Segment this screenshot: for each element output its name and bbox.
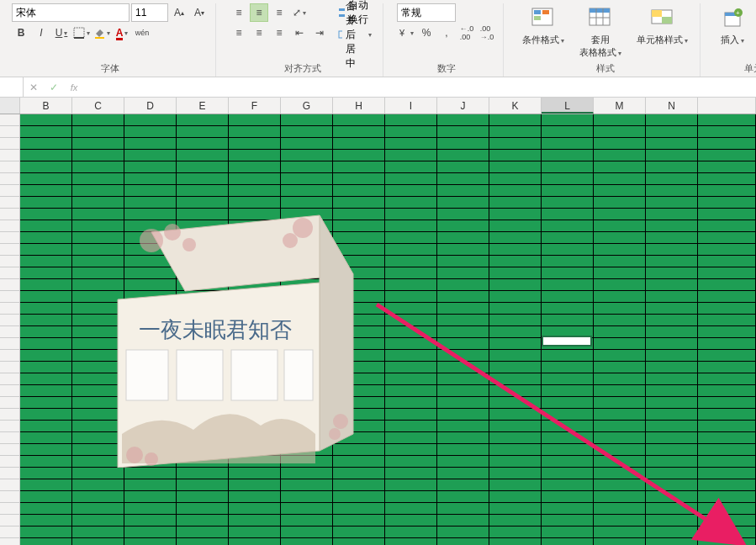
cell[interactable] bbox=[333, 173, 385, 185]
cell[interactable] bbox=[124, 503, 177, 515]
number-format-select[interactable] bbox=[397, 3, 456, 22]
cell[interactable] bbox=[229, 326, 281, 338]
cell[interactable] bbox=[229, 456, 281, 468]
cell[interactable] bbox=[20, 444, 72, 456]
cell[interactable] bbox=[281, 338, 333, 350]
cell[interactable] bbox=[229, 397, 281, 409]
merge-button[interactable]: 合并后居中 bbox=[334, 25, 376, 44]
cell[interactable] bbox=[281, 126, 333, 138]
cell[interactable] bbox=[229, 338, 281, 350]
cell[interactable] bbox=[542, 267, 594, 279]
cell[interactable] bbox=[229, 491, 281, 503]
cell[interactable] bbox=[229, 432, 281, 444]
cell[interactable] bbox=[698, 138, 756, 150]
cell[interactable] bbox=[177, 397, 229, 409]
cell[interactable] bbox=[333, 456, 385, 468]
cell[interactable] bbox=[385, 256, 437, 267]
cell[interactable] bbox=[542, 150, 594, 161]
column-header-M[interactable]: M bbox=[594, 98, 646, 114]
cell[interactable] bbox=[385, 373, 437, 385]
align-top-icon[interactable]: ≡ bbox=[230, 3, 248, 22]
font-color-button[interactable]: A bbox=[113, 24, 131, 42]
cell[interactable] bbox=[594, 256, 646, 267]
cell[interactable] bbox=[177, 444, 229, 456]
cell[interactable] bbox=[177, 303, 229, 315]
cell[interactable] bbox=[333, 126, 385, 138]
cell[interactable] bbox=[177, 373, 229, 385]
column-header-J[interactable]: J bbox=[437, 98, 489, 114]
cell[interactable] bbox=[281, 138, 333, 150]
cell[interactable] bbox=[646, 385, 698, 397]
column-header-F[interactable]: F bbox=[229, 98, 281, 114]
cell[interactable] bbox=[333, 373, 385, 385]
cell[interactable] bbox=[646, 456, 698, 468]
cell[interactable] bbox=[385, 397, 437, 409]
cell[interactable] bbox=[124, 338, 177, 350]
cell[interactable] bbox=[646, 444, 698, 456]
cell[interactable] bbox=[437, 114, 489, 126]
cell[interactable] bbox=[594, 444, 646, 456]
cell[interactable] bbox=[72, 421, 124, 432]
cell[interactable] bbox=[542, 526, 594, 538]
cell[interactable] bbox=[437, 385, 489, 397]
cell[interactable] bbox=[72, 279, 124, 291]
cell[interactable] bbox=[229, 385, 281, 397]
row-header[interactable] bbox=[0, 503, 20, 515]
cell[interactable] bbox=[333, 503, 385, 515]
font-size-select[interactable] bbox=[131, 3, 168, 22]
cell[interactable] bbox=[281, 279, 333, 291]
cell[interactable] bbox=[385, 173, 437, 185]
cell[interactable] bbox=[594, 385, 646, 397]
cell[interactable] bbox=[333, 267, 385, 279]
cell[interactable] bbox=[437, 150, 489, 161]
cell[interactable] bbox=[594, 220, 646, 232]
cell[interactable] bbox=[124, 409, 177, 421]
cell[interactable] bbox=[177, 161, 229, 173]
cell[interactable] bbox=[646, 279, 698, 291]
cell[interactable] bbox=[698, 468, 756, 479]
cell[interactable] bbox=[124, 456, 177, 468]
cell[interactable] bbox=[229, 526, 281, 538]
row-header[interactable] bbox=[0, 185, 20, 197]
cell[interactable] bbox=[594, 326, 646, 338]
cell[interactable] bbox=[20, 338, 72, 350]
cell[interactable] bbox=[72, 185, 124, 197]
cell-styles-button[interactable]: 单元格样式 bbox=[632, 3, 693, 48]
row-header[interactable] bbox=[0, 303, 20, 315]
cell[interactable] bbox=[20, 197, 72, 209]
cell[interactable] bbox=[646, 350, 698, 362]
cell[interactable] bbox=[281, 362, 333, 373]
cell[interactable] bbox=[542, 291, 594, 303]
cell[interactable] bbox=[229, 350, 281, 362]
accounting-button[interactable]: ¥ bbox=[397, 24, 415, 42]
cell[interactable] bbox=[594, 421, 646, 432]
cell[interactable] bbox=[177, 385, 229, 397]
cell[interactable] bbox=[489, 303, 542, 315]
cell[interactable] bbox=[542, 185, 594, 197]
cell[interactable] bbox=[594, 197, 646, 209]
cell[interactable] bbox=[385, 385, 437, 397]
cell[interactable] bbox=[489, 232, 542, 244]
cell[interactable] bbox=[385, 444, 437, 456]
cell[interactable] bbox=[437, 515, 489, 526]
insert-button[interactable]: + 插入 bbox=[714, 3, 751, 48]
cell[interactable] bbox=[124, 444, 177, 456]
cell[interactable] bbox=[489, 220, 542, 232]
enter-formula-icon[interactable]: ✓ bbox=[44, 77, 64, 97]
border-button[interactable] bbox=[72, 24, 91, 42]
cell[interactable] bbox=[698, 114, 756, 126]
cell[interactable] bbox=[698, 526, 756, 538]
cell[interactable] bbox=[333, 279, 385, 291]
row-header[interactable] bbox=[0, 515, 20, 526]
cell[interactable] bbox=[229, 197, 281, 209]
cell[interactable] bbox=[124, 256, 177, 267]
cell[interactable] bbox=[281, 350, 333, 362]
cell[interactable] bbox=[177, 138, 229, 150]
cell[interactable] bbox=[333, 350, 385, 362]
cell[interactable] bbox=[281, 185, 333, 197]
cell[interactable] bbox=[698, 220, 756, 232]
cell[interactable] bbox=[385, 232, 437, 244]
cell[interactable] bbox=[646, 244, 698, 256]
cell[interactable] bbox=[72, 350, 124, 362]
cell[interactable] bbox=[333, 538, 385, 545]
